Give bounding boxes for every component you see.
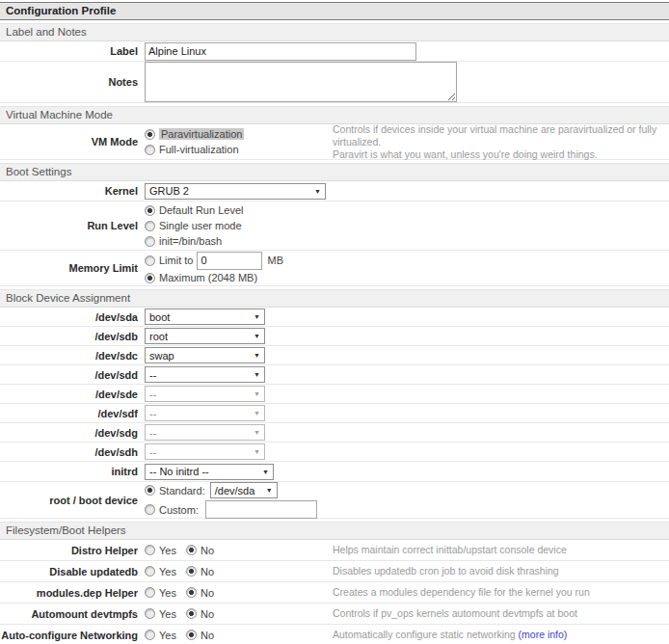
chevron-down-icon: ▼ (254, 333, 260, 339)
automount-devtmpfs-yes-label[interactable]: Yes (159, 608, 176, 620)
automount-devtmpfs-no-radio[interactable] (186, 608, 197, 619)
default-run-level-option-label[interactable]: Default Run Level (159, 204, 243, 216)
device-sde-select[interactable]: -- ▼ (145, 386, 265, 402)
device-sdc-select-value: swap (149, 350, 174, 362)
distro-helper-no-label[interactable]: No (201, 545, 214, 556)
device-row-sde: /dev/sde -- ▼ (0, 385, 669, 404)
full-virtualization-option-label[interactable]: Full-virtualization (159, 144, 239, 155)
kernel-row: Kernel GRUB 2 ▼ (0, 181, 669, 201)
device-sdg-label: /dev/sdg (0, 427, 145, 439)
chevron-down-icon: ▼ (254, 448, 260, 455)
device-sdb-label: /dev/sdb (0, 331, 145, 342)
vm-mode-help-line2: Paravirt is what you want, unless you're… (333, 148, 661, 161)
auto-configure-networking-no-label[interactable]: No (201, 630, 214, 641)
memory-limit-to-option-label[interactable]: Limit to (159, 255, 193, 266)
device-sdf-select-value: -- (149, 408, 156, 419)
device-sdb-select[interactable]: root ▼ (145, 328, 265, 344)
device-sdf-label: /dev/sdf (0, 408, 145, 419)
full-virtualization-radio[interactable] (145, 145, 155, 155)
device-sda-label: /dev/sda (0, 311, 145, 323)
single-user-mode-option-label[interactable]: Single user mode (159, 220, 242, 231)
auto-configure-networking-help: Automatically configure static networkin… (333, 629, 669, 641)
device-row-sdb: /dev/sdb root ▼ (0, 327, 669, 346)
device-sdd-select[interactable]: -- ▼ (145, 366, 265, 383)
label-row: Label (0, 41, 669, 62)
auto-configure-networking-yes-radio[interactable] (145, 630, 155, 640)
root-device-custom-input[interactable] (205, 500, 317, 519)
memory-maximum-option-label[interactable]: Maximum (2048 MB) (159, 272, 257, 283)
init-bin-bash-radio[interactable] (145, 236, 155, 247)
chevron-down-icon: ▼ (254, 429, 260, 436)
automount-devtmpfs-label: Automount devtmpfs (0, 608, 145, 620)
device-sda-select[interactable]: boot ▼ (145, 309, 265, 325)
root-boot-device-label: root / boot device (0, 495, 145, 506)
modules-dep-helper-no-label[interactable]: No (201, 587, 214, 599)
label-input[interactable] (145, 42, 416, 61)
disable-updatedb-label: Disable updatedb (0, 566, 145, 577)
distro-helper-yes-label[interactable]: Yes (159, 545, 176, 556)
notes-textarea[interactable] (145, 62, 457, 102)
distro-helper-no-radio[interactable] (186, 545, 197, 555)
automount-devtmpfs-yes-radio[interactable] (145, 608, 155, 619)
paravirtualization-option-label[interactable]: Paravirtualization (159, 128, 244, 140)
modules-dep-helper-yes-label[interactable]: Yes (159, 587, 176, 599)
disable-updatedb-no-label[interactable]: No (201, 566, 214, 577)
vm-mode-help-line1: Controls if devices inside your virtual … (333, 123, 661, 148)
root-device-standard-label[interactable]: Standard: (159, 485, 205, 496)
memory-limit-to-radio[interactable] (145, 255, 155, 266)
device-sdf-select[interactable]: -- ▼ (145, 405, 265, 421)
device-row-sdf: /dev/sdf -- ▼ (0, 404, 669, 423)
automount-devtmpfs-row: Automount devtmpfs Yes No Controls if pv… (0, 604, 669, 625)
modules-dep-helper-yes-radio[interactable] (145, 587, 155, 598)
section-label-and-notes: Label and Notes (0, 23, 669, 41)
device-sde-label: /dev/sde (0, 389, 145, 400)
modules-dep-helper-label: modules.dep Helper (0, 587, 145, 599)
device-row-sdd: /dev/sdd -- ▼ (0, 365, 669, 385)
device-row-sda: /dev/sda boot ▼ (0, 308, 669, 327)
disable-updatedb-yes-label[interactable]: Yes (159, 566, 176, 577)
device-sdh-label: /dev/sdh (0, 446, 145, 458)
device-sdg-select-value: -- (149, 427, 156, 439)
distro-helper-yes-radio[interactable] (145, 545, 155, 555)
root-device-custom-label[interactable]: Custom: (159, 504, 199, 516)
device-sdc-select[interactable]: swap ▼ (145, 347, 265, 363)
root-device-custom-radio[interactable] (145, 504, 155, 515)
root-device-standard-radio[interactable] (145, 485, 155, 496)
modules-dep-helper-no-radio[interactable] (186, 587, 197, 598)
auto-configure-networking-no-radio[interactable] (186, 630, 197, 640)
vm-mode-label: VM Mode (0, 136, 145, 148)
section-filesystem-boot-helpers: Filesystem/Boot Helpers (0, 522, 669, 540)
init-bin-bash-option-label[interactable]: init=/bin/bash (159, 235, 222, 247)
paravirtualization-radio[interactable] (145, 129, 155, 140)
disable-updatedb-no-radio[interactable] (186, 566, 197, 577)
modules-dep-helper-help: Creates a modules dependency file for th… (333, 586, 669, 599)
initrd-row: initrd -- No initrd -- ▼ (0, 462, 669, 482)
run-level-row: Run Level Default Run Level Single user … (0, 201, 669, 251)
initrd-select[interactable]: -- No initrd -- ▼ (145, 464, 274, 480)
more-info-link[interactable]: (more info) (519, 629, 568, 640)
automount-devtmpfs-help: Controls if pv_ops kernels automount dev… (333, 607, 669, 620)
single-user-mode-radio[interactable] (145, 221, 155, 231)
memory-limit-input[interactable] (197, 252, 262, 270)
distro-helper-help: Helps maintain correct inittab/upstart c… (333, 544, 669, 556)
auto-configure-networking-yes-label[interactable]: Yes (159, 630, 176, 641)
automount-devtmpfs-no-label[interactable]: No (201, 608, 214, 620)
distro-helper-row: Distro Helper Yes No Helps maintain corr… (0, 540, 669, 561)
disable-updatedb-help: Disables updatedb cron job to avoid disk… (333, 565, 669, 577)
memory-maximum-radio[interactable] (145, 273, 155, 283)
kernel-select[interactable]: GRUB 2 ▼ (145, 183, 326, 200)
auto-configure-networking-row: Auto-configure Networking Yes No Automat… (0, 625, 669, 644)
device-sdd-label: /dev/sdd (0, 369, 145, 381)
section-block-device-assignment: Block Device Assignment (0, 289, 669, 308)
default-run-level-radio[interactable] (145, 205, 155, 216)
device-row-sdg: /dev/sdg -- ▼ (0, 423, 669, 443)
disable-updatedb-yes-radio[interactable] (145, 566, 155, 577)
device-sdh-select[interactable]: -- ▼ (145, 443, 265, 460)
initrd-label: initrd (0, 466, 145, 477)
root-device-standard-select[interactable]: /dev/sda ▼ (210, 482, 278, 498)
device-sdg-select[interactable]: -- ▼ (145, 424, 265, 441)
device-sde-select-value: -- (149, 389, 156, 400)
auto-configure-networking-label: Auto-configure Networking (0, 630, 145, 641)
root-boot-device-row: root / boot device Standard: /dev/sda ▼ … (0, 482, 669, 519)
chevron-down-icon: ▼ (254, 390, 260, 397)
